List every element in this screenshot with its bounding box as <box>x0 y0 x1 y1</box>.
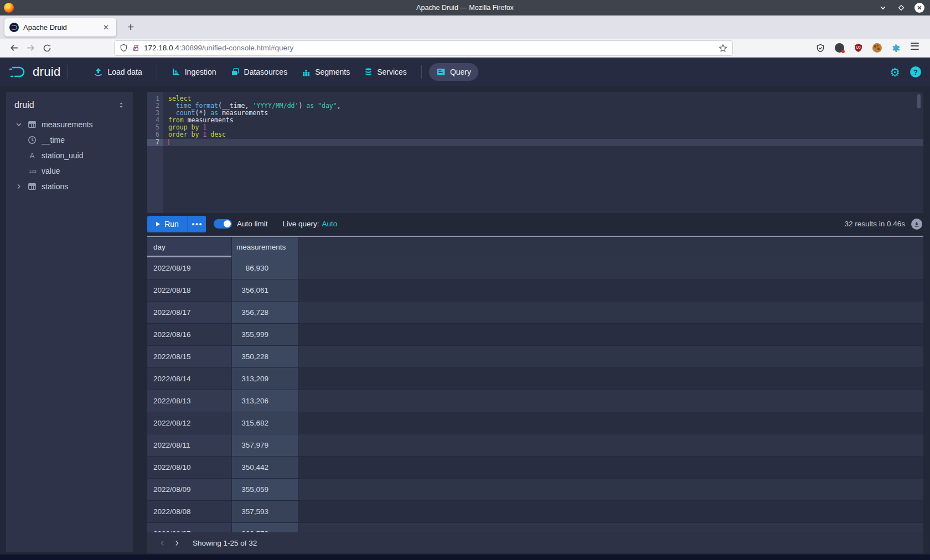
run-button[interactable]: Run <box>147 216 188 232</box>
code-line-2: time_format(__time, 'YYYY/MM/dd') as "da… <box>163 102 923 110</box>
row-filler <box>299 457 923 479</box>
close-icon <box>917 5 922 11</box>
auto-limit-label: Auto limit <box>237 220 268 228</box>
auto-limit-toggle[interactable] <box>214 219 232 229</box>
tree-item-label: __time <box>42 136 65 144</box>
nav-item-services[interactable]: Services <box>357 63 414 81</box>
double-caret-icon[interactable] <box>117 101 125 109</box>
window-controls <box>878 3 930 13</box>
nav-item-query[interactable]: Query <box>429 63 478 81</box>
desktop-edge <box>0 553 930 560</box>
cell-day: 2022/08/13 <box>147 390 232 412</box>
cell-day: 2022/08/12 <box>147 412 232 434</box>
cell-measurements: 356,728 <box>232 302 299 324</box>
toggle-knob <box>224 220 231 227</box>
tree-item-label: value <box>42 167 60 175</box>
column-header-measurements[interactable]: measurements <box>232 237 299 257</box>
table-row: 2022/08/10350,442 <box>147 457 923 479</box>
url-path: :30899/unified-console.html#query <box>179 44 293 52</box>
tree-item-measurements[interactable]: measurements <box>6 117 133 132</box>
shield-icon[interactable] <box>120 44 128 52</box>
gear-icon[interactable]: ⚙ <box>890 66 900 78</box>
nav-item-label: Query <box>450 68 471 76</box>
svg-text:123: 123 <box>29 169 37 174</box>
reload-button[interactable] <box>39 40 55 56</box>
tree-item-value[interactable]: 123value <box>6 163 133 179</box>
nav-item-ingestion[interactable]: Ingestion <box>164 63 224 81</box>
editor-code[interactable]: select time_format(__time, 'YYYY/MM/dd')… <box>163 92 923 213</box>
cell-measurements: 313,206 <box>232 390 299 412</box>
string-icon: A <box>28 151 37 160</box>
forward-arrow-icon <box>26 43 35 53</box>
table-row: 2022/08/1986,930 <box>147 257 923 279</box>
row-filler <box>299 479 923 501</box>
run-more-button[interactable]: ●●● <box>188 216 206 232</box>
chevron-down-icon <box>879 4 887 12</box>
table-row: 2022/08/11357,979 <box>147 434 923 457</box>
services-icon <box>364 68 373 76</box>
editor-scrollbar[interactable] <box>917 94 921 108</box>
chevron-down-icon[interactable] <box>14 121 23 128</box>
extension-ublock-icon[interactable]: U0 <box>852 43 864 54</box>
schema-selector[interactable]: druid <box>6 97 133 117</box>
bookmark-star-icon[interactable] <box>719 44 727 53</box>
results-table: day measurements 2022/08/1986,9302022/08… <box>147 237 923 532</box>
cell-day: 2022/08/18 <box>147 279 232 302</box>
druid-brand[interactable]: druid <box>9 65 60 79</box>
brand-name: druid <box>33 65 60 79</box>
nav-item-datasources[interactable]: Datasources <box>224 63 295 81</box>
nav-item-load-data[interactable]: Load data <box>86 63 149 81</box>
table-icon <box>28 120 37 129</box>
window-minimize-button[interactable] <box>878 3 888 13</box>
cell-measurements: 350,228 <box>232 346 299 368</box>
nav-right-actions: ⚙ ? <box>890 66 921 78</box>
row-filler <box>299 302 923 324</box>
help-icon[interactable]: ? <box>910 66 921 77</box>
next-page-button[interactable] <box>169 540 184 547</box>
download-icon[interactable] <box>911 219 922 230</box>
extension-shield-icon[interactable] <box>815 43 826 54</box>
table-row: 2022/08/15350,228 <box>147 346 923 368</box>
cell-day: 2022/08/08 <box>147 501 232 523</box>
browser-tab-apache-druid[interactable]: Apache Druid ✕ <box>4 18 116 37</box>
nav-item-segments[interactable]: Segments <box>294 63 357 81</box>
window-maximize-button[interactable] <box>896 3 906 13</box>
url-host: 172.18.0.4 <box>144 44 179 52</box>
tree-item-station-uuid[interactable]: Astation_uuid <box>6 148 133 163</box>
forward-button[interactable] <box>22 40 39 56</box>
code-line-7 <box>163 139 923 146</box>
back-button[interactable] <box>6 40 22 56</box>
live-query-value[interactable]: Auto <box>322 220 338 228</box>
extension-snowflake-icon[interactable]: ✱ <box>890 43 901 54</box>
tree-item-stations[interactable]: stations <box>6 179 133 194</box>
row-filler <box>299 523 923 532</box>
window-close-button[interactable] <box>914 3 924 13</box>
new-tab-button[interactable]: + <box>123 20 138 34</box>
url-input[interactable]: 172.18.0.4:30899/unified-console.html#qu… <box>114 40 733 56</box>
sort-indicator <box>147 256 231 257</box>
extension-cookie-icon[interactable] <box>871 43 882 54</box>
druid-favicon-icon <box>9 23 19 32</box>
extension-privacy-icon[interactable] <box>834 43 845 54</box>
druid-logo-icon <box>9 65 29 79</box>
tree-item--time[interactable]: __time <box>6 132 133 148</box>
live-query-control: Live query:Auto <box>283 220 338 228</box>
clock-icon <box>28 136 37 144</box>
menu-button[interactable] <box>909 43 920 54</box>
back-arrow-icon <box>9 43 19 53</box>
insecure-lock-icon[interactable] <box>132 44 140 52</box>
browser-toolbar: 172.18.0.4:30899/unified-console.html#qu… <box>0 39 930 58</box>
diamond-icon <box>897 4 905 12</box>
column-header-day[interactable]: day <box>147 237 232 257</box>
tree-item-label: station_uuid <box>42 151 84 160</box>
chevron-right-icon[interactable] <box>14 183 23 190</box>
sql-editor[interactable]: 1234567 select time_format(__time, 'YYYY… <box>147 92 923 213</box>
row-filler <box>299 257 923 279</box>
svg-text:A: A <box>29 152 34 160</box>
table-row: 2022/08/18356,061 <box>147 279 923 302</box>
tab-close-icon[interactable]: ✕ <box>101 22 111 33</box>
previous-page-button[interactable] <box>155 540 169 547</box>
column-header-label: measurements <box>236 243 286 251</box>
text-cursor <box>168 139 169 145</box>
panel-resize-handle[interactable] <box>147 236 923 237</box>
